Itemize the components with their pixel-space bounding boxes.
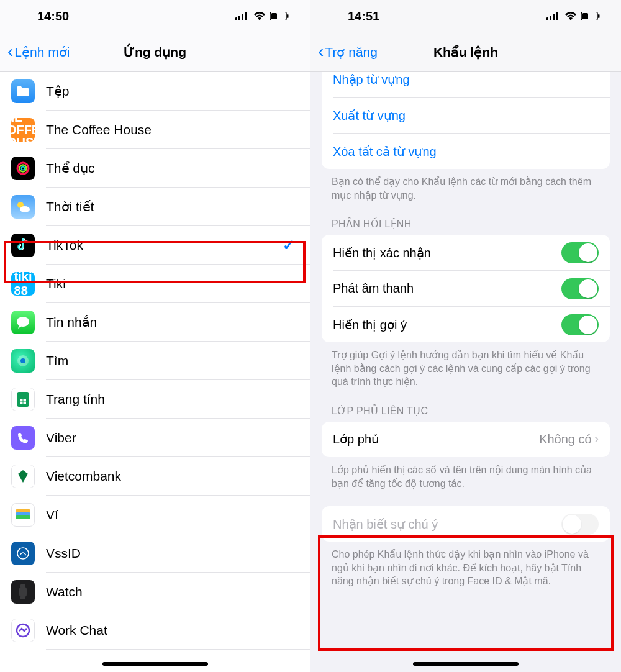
section-header-overlay: LỚP PHỦ LIÊN TỤC [310,389,621,422]
vcb-icon [11,465,35,488]
app-label: Watch [46,584,310,599]
svg-rect-21 [16,515,30,519]
svg-point-14 [20,358,25,363]
signal-icon [235,12,249,20]
viber-icon [11,426,35,450]
app-row-fit[interactable]: Thể dục [0,149,310,188]
app-row-watch[interactable]: Watch [0,573,310,611]
home-indicator [413,662,519,666]
app-row-coffee[interactable]: THECOFFEEHOUSEThe Coffee House [0,111,310,149]
chevron-left-icon: ‹ [318,43,324,61]
wallet-icon [11,503,35,527]
response-footer: Trợ giúp Gợi ý lệnh hướng dẫn bạn khi tì… [310,342,621,389]
checkmark-icon: ✓ [283,237,295,254]
status-icons [546,11,600,21]
svg-rect-33 [598,14,600,18]
toggle-switch[interactable] [561,242,599,263]
svg-rect-5 [271,13,277,19]
back-button[interactable]: ‹ Lệnh mới [0,43,70,61]
overlay-card: Lớp phủ Không có › [322,422,610,457]
app-label: Ví [46,507,310,522]
app-label: The Coffee House [46,122,310,137]
app-label: Thể dục [46,161,310,176]
section-header-response: PHẢN HỒI LỆNH [310,202,621,235]
app-row-workchat[interactable]: Work Chat [0,611,310,650]
svg-rect-2 [242,14,243,20]
app-label: TikTok [46,238,283,253]
app-row-sheets[interactable]: Trang tính [0,380,310,419]
toggle-switch[interactable] [561,514,599,535]
app-row-find[interactable]: Tìm [0,342,310,380]
svg-rect-24 [20,584,25,588]
phone-left: 14:50 ‹ Lệnh mới Ứng dụng TệpTHECOFFEEHO… [0,0,310,672]
chevron-left-icon: ‹ [7,43,13,61]
svg-rect-30 [556,12,558,20]
tiktok-icon [11,234,35,257]
toggle-row-hint[interactable]: Hiển thị gợi ý [322,307,610,342]
app-label: Tin nhắn [46,315,310,330]
app-list: TệpTHECOFFEEHOUSEThe Coffee HouseThể dục… [0,72,310,672]
toggle-row-sound[interactable]: Phát âm thanh [322,271,610,306]
link-delete-vocab[interactable]: Xóa tất cả từ vựng [322,134,610,169]
battery-icon [581,12,600,20]
app-row-vssid[interactable]: VssID [0,534,310,573]
home-indicator [102,662,208,666]
weather-icon [11,195,35,219]
overlay-value: Không có [539,432,592,447]
svg-point-12 [17,317,29,327]
svg-rect-32 [582,13,588,19]
chevron-right-icon: › [594,431,599,447]
status-bar: 14:50 [0,0,310,32]
toggle-label: Phát âm thanh [333,281,561,296]
attention-card: Nhận biết sự chú ý [322,506,610,542]
app-label: Vietcombank [46,469,310,484]
app-label: VssID [46,546,310,561]
nav-bar: ‹ Lệnh mới Ứng dụng [0,32,310,72]
app-row-files[interactable]: Tệp [0,72,310,111]
link-label: Xuất từ vựng [333,108,599,123]
vocab-card: Nhập từ vựng Xuất từ vựng Xóa tất cả từ … [322,72,610,169]
vssid-icon [11,542,35,565]
toggle-switch[interactable] [561,278,599,299]
back-button[interactable]: ‹ Trợ năng [310,43,378,61]
app-row-weather[interactable]: Thời tiết [0,188,310,226]
svg-rect-29 [553,14,555,20]
status-icons [235,11,289,21]
app-row-tiki[interactable]: tiki88Tiki [0,265,310,303]
svg-rect-27 [546,17,548,20]
svg-rect-23 [19,587,27,597]
svg-rect-6 [287,14,289,18]
link-import-vocab[interactable]: Nhập từ vựng [322,72,610,97]
status-time: 14:50 [37,9,69,24]
svg-rect-3 [245,12,247,20]
svg-rect-1 [238,16,240,20]
attention-row[interactable]: Nhận biết sự chú ý [322,506,610,542]
attention-footer: Cho phép Khẩu lệnh thức dậy khi bạn nhìn… [310,542,621,588]
link-label: Xóa tất cả từ vựng [333,144,599,159]
phone-right: 14:51 ‹ Trợ năng Khẩu lệnh [310,0,621,672]
link-label: Nhập từ vựng [333,72,599,87]
sheets-icon [11,388,35,411]
attention-label: Nhận biết sự chú ý [333,517,561,532]
toggle-row-confirm[interactable]: Hiển thị xác nhận [322,235,610,270]
svg-point-11 [20,206,30,212]
msg-icon [11,311,35,334]
find-icon [11,349,35,373]
vocab-footer: Bạn có thể dạy cho Khẩu lệnh các từ mới … [310,169,621,202]
wifi-icon [253,11,266,21]
signal-icon [546,12,560,20]
app-label: Tệp [46,84,310,99]
nav-bar: ‹ Trợ năng Khẩu lệnh [310,32,621,72]
link-export-vocab[interactable]: Xuất từ vựng [322,98,610,133]
back-label: Trợ năng [325,45,378,60]
toggle-switch[interactable] [561,314,599,335]
app-row-tiktok[interactable]: TikTok✓ [0,226,310,265]
app-row-msg[interactable]: Tin nhắn [0,303,310,342]
app-row-vcb[interactable]: Vietcombank [0,457,310,496]
wifi-icon [564,11,578,21]
svg-point-9 [22,167,25,170]
app-row-wallet[interactable]: Ví [0,496,310,534]
app-row-viber[interactable]: Viber [0,419,310,457]
overlay-row[interactable]: Lớp phủ Không có › [322,422,610,457]
svg-rect-25 [20,596,25,599]
